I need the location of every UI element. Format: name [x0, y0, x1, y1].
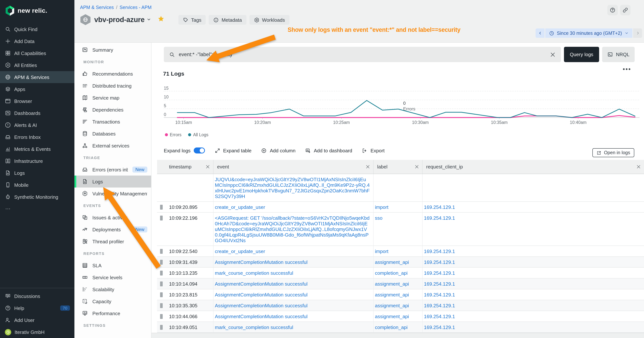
remove-column-button[interactable]	[205, 164, 210, 169]
help-button[interactable]	[607, 5, 618, 15]
log-row[interactable]: 10:09:20.895create_or_update_userimport1…	[157, 201, 644, 212]
favorite-star-icon[interactable]	[158, 15, 165, 24]
service-nav-item-service-levels[interactable]: Service levels	[74, 271, 151, 283]
log-row-continuation[interactable]: JUQVU&code=eyJraWQiOiJjcGltY29yZV8wOTI1M…	[157, 174, 644, 201]
remove-column-button[interactable]	[414, 164, 419, 169]
sidebar-item-mobile[interactable]: Mobile	[0, 179, 74, 191]
breadcrumb-link-apm-services[interactable]: APM & Services	[80, 5, 114, 10]
log-label-link[interactable]: completion_api	[375, 270, 408, 276]
legend-item-all-logs[interactable]: All Logs	[188, 133, 208, 137]
log-label-link[interactable]: assignment_api	[375, 281, 409, 286]
log-event-link[interactable]: AssignmentCompletionMutation successful	[215, 281, 308, 286]
service-nav-item-issues-activity[interactable]: Issues & activity	[74, 211, 151, 223]
log-event-link[interactable]: mark_course_completion successful	[215, 324, 293, 330]
log-request-client-ip-link[interactable]: 169.254.129.1	[424, 292, 455, 297]
workloads-button[interactable]: Workloads	[249, 15, 289, 25]
log-row[interactable]: 10:09:22.196<ASGIRequest: GET '/sso/call…	[157, 212, 644, 245]
service-nav-item-service-map[interactable]: Service map	[74, 92, 151, 104]
add-to-dashboard-button[interactable]: Add to dashboard	[305, 148, 352, 153]
log-event-link[interactable]: create_or_update_user	[215, 204, 265, 210]
log-event-link[interactable]: AssignmentCompletionMutation successful	[215, 313, 308, 319]
sidebar-item-iterativ-gmbh[interactable]: Iterativ GmbH	[0, 326, 74, 338]
sidebar-item-apps[interactable]: Apps	[0, 83, 74, 95]
sidebar-item-errors-inbox[interactable]: Errors Inbox	[0, 131, 74, 143]
log-request-client-ip-link[interactable]: 169.254.129.1	[424, 281, 455, 286]
log-event-link[interactable]: AssignmentCompletionMutation successful	[215, 259, 308, 265]
log-event-link[interactable]: AssignmentCompletionMutation successful	[215, 303, 308, 308]
log-row[interactable]: 10:10:44.066AssignmentCompletionMutation…	[157, 311, 644, 321]
new-relic-logo[interactable]: new relic.	[0, 0, 74, 17]
sidebar-item-apm-services[interactable]: APM & Services	[0, 71, 74, 83]
log-event-link[interactable]: AssignmentCompletionMutation successful	[215, 292, 308, 297]
service-nav-item-thread-profiler[interactable]: Thread profiler	[74, 235, 151, 247]
time-picker-forward-button[interactable]	[633, 29, 642, 38]
service-nav-item-transactions[interactable]: Transactions	[74, 116, 151, 128]
sidebar-item-all-entities[interactable]: All Entities	[0, 59, 74, 71]
sidebar-item-logs[interactable]: Logs	[0, 167, 74, 179]
log-row[interactable]: 10:10:49.051mark_course_completion succe…	[157, 321, 644, 332]
sidebar-item-help[interactable]: Help70	[0, 302, 74, 314]
breadcrumb-link-services-apm[interactable]: Services - APM	[120, 5, 152, 10]
sidebar-item-all-capabilities[interactable]: All Capabilities	[0, 47, 74, 59]
open-in-logs-button[interactable]: Open in logs	[592, 148, 634, 157]
nrql-button[interactable]: NRQL	[602, 47, 635, 62]
log-event-link[interactable]: <ASGIRequest: GET '/sso/callback/?state=…	[215, 215, 370, 243]
log-label-link[interactable]: completion_api	[375, 324, 408, 330]
log-request-client-ip-link[interactable]: 169.254.129.1	[424, 313, 455, 319]
service-nav-item-capacity[interactable]: Capacity	[74, 295, 151, 307]
log-label-link[interactable]: assignment_api	[375, 313, 409, 319]
service-nav-item-errors-errors-inb[interactable]: Errors (errors inb...New	[74, 164, 151, 176]
service-nav-item-deployments[interactable]: DeploymentsNew	[74, 223, 151, 235]
service-nav-item-databases[interactable]: Databases	[74, 128, 151, 140]
remove-column-button[interactable]	[636, 164, 641, 169]
service-nav-item-dependencies[interactable]: Dependencies	[74, 104, 151, 116]
tags-button[interactable]: Tags	[178, 15, 206, 25]
clear-query-button[interactable]	[550, 52, 556, 58]
expand-table-button[interactable]: Expand table	[214, 148, 252, 153]
log-label-link[interactable]: sso	[375, 215, 382, 221]
log-request-client-ip-link[interactable]: 169.254.129.1	[424, 204, 455, 210]
metadata-button[interactable]: Metadata	[209, 15, 246, 25]
log-label-link[interactable]: assignment_api	[375, 292, 409, 297]
service-nav-item-recommendations[interactable]: Recommendations	[74, 68, 151, 80]
time-picker-dropdown[interactable]: Since 30 minutes ago (GMT+2)	[545, 29, 632, 38]
service-nav-item-scalability[interactable]: Scalability	[74, 283, 151, 295]
panel-menu-button[interactable]: •••	[623, 66, 631, 73]
log-event-link[interactable]: JUQVU&code=eyJraWQiOiJjcGltY29yZV8wOTI1M…	[215, 176, 370, 199]
log-request-client-ip-link[interactable]: 169.254.129.1	[424, 248, 455, 254]
sidebar-item-browser[interactable]: Browser	[0, 95, 74, 107]
sidebar-item-add-user[interactable]: Add User	[0, 314, 74, 326]
log-row[interactable]: 10:09:22.540create_or_update_userimport1…	[157, 245, 644, 256]
sidebar-item-alerts-ai[interactable]: Alerts & AI	[0, 119, 74, 131]
permalink-button[interactable]	[620, 5, 630, 15]
log-request-client-ip-link[interactable]: 169.254.129.1	[424, 270, 455, 276]
sidebar-item-dashboards[interactable]: Dashboards	[0, 107, 74, 119]
log-label-link[interactable]: assignment_api	[375, 259, 409, 265]
service-nav-item-vulnerability-management[interactable]: Vulnerability Management	[74, 188, 151, 199]
service-nav-item-external-services[interactable]: External services	[74, 140, 151, 152]
log-label-link[interactable]: import	[375, 204, 388, 210]
sidebar-item-add-data[interactable]: Add Data	[0, 35, 74, 47]
log-event-link[interactable]: create_or_update_user	[215, 248, 265, 254]
log-request-client-ip-link[interactable]: 169.254.129.1	[424, 259, 455, 265]
sidebar-item-synthetic-monitoring[interactable]: Synthetic Monitoring	[0, 191, 74, 203]
service-nav-item-sla[interactable]: SLA	[74, 259, 151, 271]
time-picker-back-button[interactable]	[536, 29, 544, 38]
sidebar-item-metrics-events[interactable]: Metrics & Events	[0, 143, 74, 155]
add-column-button[interactable]: Add column	[261, 148, 296, 153]
entity-chevron-down-icon[interactable]	[147, 16, 151, 23]
log-request-client-ip-link[interactable]: 169.254.129.1	[424, 215, 455, 221]
log-label-link[interactable]: assignment_api	[375, 303, 409, 308]
log-query-input[interactable]	[179, 52, 546, 57]
service-nav-item-summary[interactable]: Summary	[74, 44, 151, 56]
query-logs-button[interactable]: Query logs	[564, 47, 599, 62]
remove-column-button[interactable]	[365, 164, 370, 169]
expand-logs-toggle[interactable]: Expand logs	[164, 147, 205, 153]
log-row[interactable]: 10:10:23.815AssignmentCompletionMutation…	[157, 289, 644, 300]
sidebar-item-more[interactable]	[0, 203, 74, 215]
legend-item-errors[interactable]: Errors	[165, 133, 182, 137]
sidebar-item-infrastructure[interactable]: Infrastructure	[0, 155, 74, 167]
log-request-client-ip-link[interactable]: 169.254.129.1	[424, 324, 455, 330]
log-request-client-ip-link[interactable]: 169.254.129.1	[424, 303, 455, 308]
log-row[interactable]: 10:09:31.439AssignmentCompletionMutation…	[157, 256, 644, 267]
